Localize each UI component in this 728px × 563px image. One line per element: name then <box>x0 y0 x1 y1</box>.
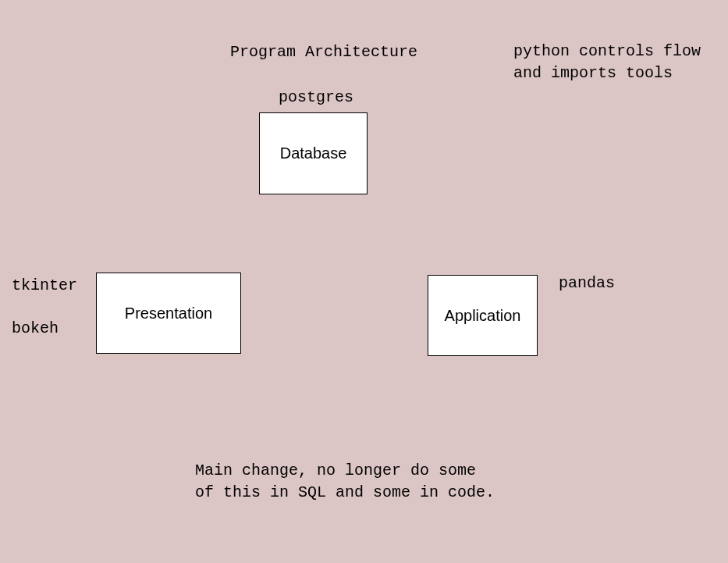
tkinter-label: tkinter <box>12 276 77 294</box>
python-note-line2: and imports tools <box>513 62 701 84</box>
main-change-note-line2: of this in SQL and some in code. <box>195 482 495 504</box>
postgres-label: postgres <box>279 88 353 106</box>
application-box-label: Application <box>445 307 521 325</box>
main-change-note: Main change, no longer do some of this i… <box>195 460 495 504</box>
application-box: Application <box>428 275 538 356</box>
bokeh-label: bokeh <box>12 319 59 337</box>
diagram-title: Program Architecture <box>230 43 417 61</box>
main-change-note-line1: Main change, no longer do some <box>195 460 495 482</box>
python-note: python controls flow and imports tools <box>513 41 701 84</box>
database-box-label: Database <box>280 144 347 162</box>
database-box: Database <box>259 112 368 194</box>
presentation-box: Presentation <box>96 273 241 354</box>
python-note-line1: python controls flow <box>513 41 701 62</box>
presentation-box-label: Presentation <box>125 305 212 322</box>
pandas-label: pandas <box>559 274 615 292</box>
